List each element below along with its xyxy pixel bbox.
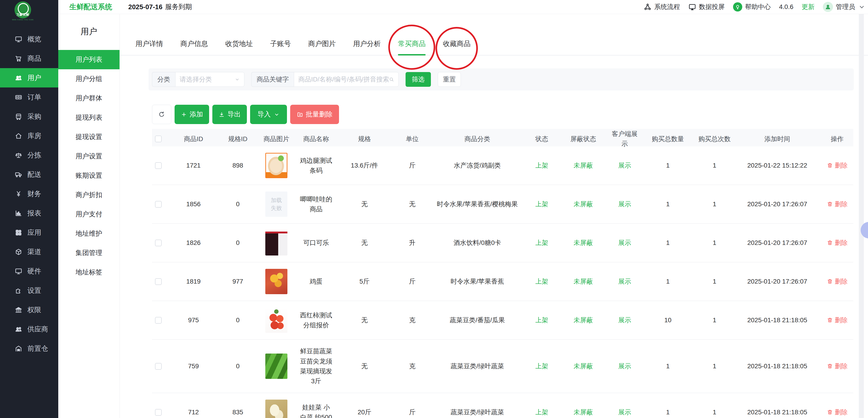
expiry-label: 服务到期: [165, 2, 192, 11]
cell-unit: 斤: [396, 277, 428, 286]
tab-user-analysis[interactable]: 用户分析: [353, 39, 381, 49]
cell-spec-id: 0: [222, 315, 253, 325]
help-center-link[interactable]: 帮助中心: [733, 2, 771, 11]
sidebar-item-warehouse[interactable]: 库房: [0, 126, 58, 146]
submenu-item-user-cohorts[interactable]: 用户群体: [58, 89, 120, 108]
submenu-item-withdraw-settings[interactable]: 提现设置: [58, 127, 120, 147]
sidebar-item-channels[interactable]: 渠道: [0, 242, 58, 261]
sidebar-item-purchase[interactable]: 采购: [0, 107, 58, 126]
sidebar-item-label: 分拣: [27, 151, 41, 160]
sidebar-item-finance[interactable]: 财务: [0, 184, 58, 203]
delete-label: 删除: [835, 277, 848, 286]
col-total-qty: 购买总数量: [640, 134, 695, 144]
delete-button[interactable]: 删除: [827, 361, 848, 371]
refresh-button[interactable]: [152, 105, 172, 124]
reset-button[interactable]: 重置: [438, 72, 461, 87]
row-checkbox[interactable]: [155, 239, 162, 246]
sidebar-item-apps[interactable]: 应用: [0, 223, 58, 242]
submenu-item-address-tags[interactable]: 地址标签: [58, 263, 120, 282]
sidebar-item-settings[interactable]: 设置: [0, 281, 58, 300]
export-button[interactable]: 导出: [212, 105, 247, 124]
sidebar-item-label: 报表: [27, 208, 41, 218]
delete-label: 删除: [835, 361, 848, 371]
sidebar-item-orders[interactable]: 订单: [0, 88, 58, 107]
submenu-item-user-settings[interactable]: 用户设置: [58, 147, 120, 166]
sidebar-item-forward-warehouse[interactable]: 前置仓: [0, 339, 58, 358]
cell-total-times: 1: [695, 160, 734, 170]
sidebar-item-label: 财务: [27, 189, 41, 199]
cell-spec-id: 0: [222, 361, 253, 371]
cell-status: 上架: [526, 160, 557, 170]
tab-merchant-images[interactable]: 商户图片: [308, 39, 336, 49]
submenu-item-merchant-discount[interactable]: 商户折扣: [58, 185, 120, 205]
cell-unit: 无: [396, 199, 428, 209]
app-logo: 万象优鲜 WAN XIANG YOU XIAN: [10, 1, 35, 21]
row-checkbox[interactable]: [155, 317, 162, 324]
row-checkbox[interactable]: [155, 363, 162, 369]
sidebar-item-reports[interactable]: 报表: [0, 203, 58, 223]
cell-category: 水产冻货/鸡副类: [428, 160, 526, 170]
trash-icon: [827, 317, 833, 323]
sidebar-item-delivery[interactable]: 配送: [0, 165, 58, 184]
cell-product-id: 712: [165, 407, 222, 417]
row-checkbox[interactable]: [155, 201, 162, 207]
tab-shipping-address[interactable]: 收货地址: [225, 39, 253, 49]
submenu-item-billing-period[interactable]: 账期设置: [58, 166, 120, 185]
sidebar-item-suppliers[interactable]: 供应商: [0, 320, 58, 339]
cell-total-times: 1: [695, 361, 734, 371]
cell-total-times: 1: [695, 277, 734, 286]
import-dropdown-button[interactable]: 导入: [250, 105, 287, 124]
vertical-scrollbar[interactable]: [859, 14, 864, 418]
filter-button[interactable]: 筛选: [406, 72, 431, 87]
cell-unit: 升: [396, 238, 428, 248]
keyword-input[interactable]: [298, 76, 389, 83]
tab-merchant-info[interactable]: 商户信息: [180, 39, 208, 49]
cell-spec: 5斤: [333, 277, 396, 286]
submenu-item-user-groups[interactable]: 用户分组: [58, 69, 120, 89]
cart-icon: [15, 55, 22, 62]
sidebar-item-hardware[interactable]: 硬件: [0, 261, 58, 281]
select-all-checkbox[interactable]: [155, 136, 162, 142]
update-link[interactable]: 更新: [802, 3, 814, 11]
delete-button[interactable]: 删除: [827, 199, 848, 209]
cell-product-id: 1826: [165, 238, 222, 248]
tab-user-detail[interactable]: 用户详情: [135, 39, 163, 49]
trash-icon: [827, 201, 833, 207]
cell-spec-id: 0: [222, 238, 253, 248]
row-checkbox[interactable]: [155, 409, 162, 416]
data-screen-link[interactable]: 数据投屏: [688, 3, 725, 11]
sidebar-item-goods[interactable]: 商品: [0, 49, 58, 68]
submenu-item-withdraw-list[interactable]: 提现列表: [58, 108, 120, 127]
delete-button[interactable]: 删除: [827, 238, 848, 248]
trash-icon: [827, 162, 833, 168]
col-spec-id: 规格ID: [222, 134, 253, 144]
flow-icon: [644, 3, 652, 11]
product-image: [265, 399, 287, 418]
table-row: 975 0 西红柿测试分组报价 无 克 蔬菜豆类/番茄/瓜果 上架 未屏蔽 展示…: [152, 301, 853, 340]
delete-button[interactable]: 删除: [827, 407, 848, 417]
delete-button[interactable]: 删除: [827, 315, 848, 325]
trash-icon: [827, 363, 833, 369]
user-menu[interactable]: 管理员: [823, 2, 866, 12]
col-product-name: 商品名称: [300, 134, 333, 144]
col-product-id: 商品ID: [165, 134, 222, 144]
submenu-item-user-list[interactable]: 用户列表: [58, 50, 120, 69]
sidebar-item-overview[interactable]: 概览: [0, 29, 58, 49]
system-flow-link[interactable]: 系统流程: [644, 3, 680, 11]
batch-delete-button[interactable]: 批量删除: [290, 105, 339, 124]
delete-button[interactable]: 删除: [827, 277, 848, 286]
sidebar-item-permissions[interactable]: 权限: [0, 300, 58, 320]
submenu-item-user-payment[interactable]: 用户支付: [58, 205, 120, 224]
sidebar-item-users[interactable]: 用户: [0, 68, 58, 88]
table-row: 1826 0 可口可乐 无 升 酒水饮料/0糖0卡 上架 未屏蔽 展示 1 1 …: [152, 224, 853, 262]
tab-sub-accounts[interactable]: 子账号: [270, 39, 291, 49]
category-select[interactable]: 请选择分类: [175, 72, 244, 87]
delete-button[interactable]: 删除: [827, 160, 848, 170]
row-checkbox[interactable]: [155, 278, 162, 285]
row-checkbox[interactable]: [155, 162, 162, 169]
add-button[interactable]: 添加: [175, 105, 209, 124]
submenu-item-address-maintenance[interactable]: 地址维护: [58, 224, 120, 243]
sidebar-item-sorting[interactable]: 分拣: [0, 146, 58, 165]
sidebar-item-label: 概览: [27, 35, 41, 44]
submenu-item-group-management[interactable]: 集团管理: [58, 243, 120, 263]
